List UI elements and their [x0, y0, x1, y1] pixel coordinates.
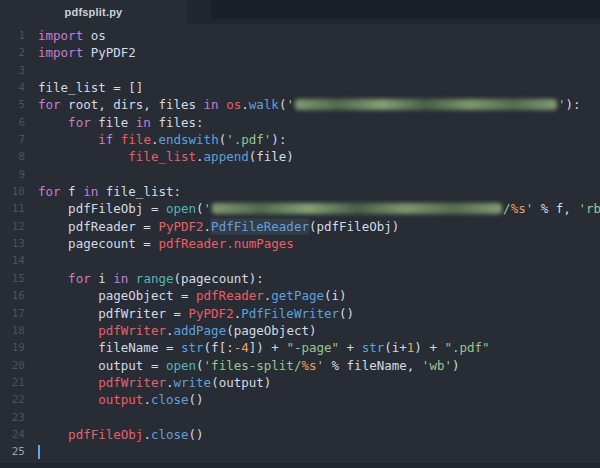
- code-line[interactable]: import os: [38, 27, 600, 44]
- code-line[interactable]: file_list.append(file): [38, 148, 600, 165]
- code-token: PyPDF2: [83, 45, 136, 60]
- code-token: [38, 132, 98, 147]
- line-number: 16: [0, 287, 25, 304]
- code-line[interactable]: for file in files:: [38, 114, 600, 131]
- code-token: file: [91, 115, 136, 130]
- code-token: ".pdf": [444, 340, 489, 355]
- code-token: ) +: [414, 340, 444, 355]
- line-number: 8: [0, 148, 25, 165]
- tab-bar: pdfsplit.py: [0, 0, 600, 24]
- code-line[interactable]: file_list = []: [38, 79, 600, 96]
- code-token: (: [196, 358, 204, 373]
- code-token: %s: [301, 358, 316, 373]
- code-token: addPage: [173, 323, 226, 338]
- code-line[interactable]: import PyPDF2: [38, 44, 600, 61]
- code-token: for: [38, 97, 61, 112]
- code-token: endswith: [158, 132, 218, 147]
- code-line[interactable]: for f in file_list:: [38, 183, 600, 200]
- line-number: 17: [0, 305, 25, 322]
- tab-pdfsplit[interactable]: pdfsplit.py: [0, 0, 187, 24]
- code-token: ): [452, 358, 460, 373]
- code-line[interactable]: pdfFileObj = open('/%s' % f, 'rb'): [38, 200, 600, 217]
- code-line[interactable]: [38, 166, 600, 183]
- code-token: if: [98, 132, 113, 147]
- code-line[interactable]: pdfFileObj.close(): [38, 426, 600, 443]
- code-token: .: [196, 149, 204, 164]
- code-line[interactable]: output.close(): [38, 391, 600, 408]
- code-token: % f,: [533, 201, 578, 216]
- code-token: i: [91, 271, 114, 286]
- code-line[interactable]: output = open('files-split/%s' % fileNam…: [38, 357, 600, 374]
- code-token: in: [83, 184, 98, 199]
- code-token: file_list: [128, 149, 196, 164]
- code-token: [38, 323, 98, 338]
- code-token: (pagecount):: [174, 271, 264, 286]
- code-token: import: [38, 28, 83, 43]
- line-number: 21: [0, 374, 25, 391]
- code-token: %s: [511, 201, 526, 216]
- tab-bar-dark-panel: [210, 0, 600, 19]
- code-token: for: [68, 115, 91, 130]
- code-line[interactable]: for root, dirs, files in os.walk(''):: [38, 96, 600, 113]
- code-token: [38, 375, 98, 390]
- code-token: [38, 427, 68, 442]
- code-token: (i+: [384, 340, 407, 355]
- code-line[interactable]: [38, 409, 600, 426]
- code-token: [38, 271, 68, 286]
- code-line[interactable]: pageObject = pdfReader.getPage(i): [38, 287, 600, 304]
- code-token: % fileName,: [324, 358, 422, 373]
- code-line[interactable]: pdfWriter.write(output): [38, 374, 600, 391]
- code-token: os: [226, 97, 241, 112]
- code-token: in: [113, 271, 128, 286]
- code-line[interactable]: if file.endswith('.pdf'):: [38, 131, 600, 148]
- code-token: "-page": [286, 340, 339, 355]
- code-line[interactable]: pdfWriter = PyPDF2.PdfFileWriter(): [38, 305, 600, 322]
- code-token: pdfFileObj =: [38, 201, 166, 216]
- code-token: close: [151, 427, 189, 442]
- line-number: 24: [0, 426, 25, 443]
- code-token: import: [38, 45, 83, 60]
- line-number: 13: [0, 235, 25, 252]
- code-token: pdfWriter: [98, 375, 166, 390]
- code-token: str: [362, 340, 385, 355]
- code-token: PdfFileReader: [211, 219, 309, 234]
- code-token: PyPDF2: [158, 219, 203, 234]
- code-token: .: [143, 392, 151, 407]
- code-token: ': [286, 97, 294, 112]
- code-token: in: [136, 115, 151, 130]
- code-line[interactable]: pdfReader = PyPDF2.PdfFileReader(pdfFile…: [38, 218, 600, 235]
- code-token: output =: [38, 358, 166, 373]
- code-token: (): [189, 427, 204, 442]
- code-area[interactable]: import osimport PyPDF2file_list = []for …: [32, 27, 600, 468]
- code-line[interactable]: [38, 443, 600, 460]
- line-number: 23: [0, 409, 25, 426]
- code-line[interactable]: [38, 252, 600, 269]
- code-token: (file): [249, 149, 294, 164]
- code-token: [38, 115, 68, 130]
- code-line[interactable]: pdfWriter.addPage(pageObject): [38, 322, 600, 339]
- line-number: 6: [0, 114, 25, 131]
- line-number: 5: [0, 96, 25, 113]
- code-token: .: [204, 219, 212, 234]
- line-number: 9: [0, 166, 25, 183]
- code-editor[interactable]: 1234567891011121314151617181920212223242…: [0, 24, 600, 468]
- code-token: ):: [565, 97, 580, 112]
- code-token: (output): [211, 375, 271, 390]
- code-token: os: [83, 28, 106, 43]
- code-line[interactable]: [38, 62, 600, 79]
- code-token: ': [316, 358, 324, 373]
- code-line[interactable]: fileName = str(f[:-4]) + "-page" + str(i…: [38, 339, 600, 356]
- line-number: 12: [0, 218, 25, 235]
- code-token: in: [204, 97, 219, 112]
- code-line[interactable]: pagecount = pdfReader.numPages: [38, 235, 600, 252]
- line-number: 14: [0, 252, 25, 269]
- code-line[interactable]: for i in range(pagecount):: [38, 270, 600, 287]
- code-token: [113, 132, 121, 147]
- code-token: root, dirs, files: [61, 97, 204, 112]
- line-number: 22: [0, 391, 25, 408]
- code-token: pdfFileObj: [68, 427, 143, 442]
- line-number: 20: [0, 357, 25, 374]
- code-token: [38, 149, 128, 164]
- code-token: 'wb': [422, 358, 452, 373]
- line-number: 11: [0, 200, 25, 217]
